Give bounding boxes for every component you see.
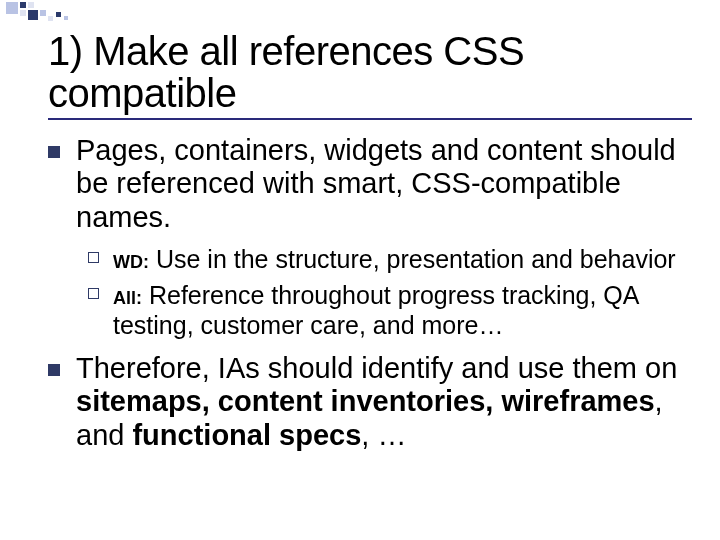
open-square-icon (88, 288, 99, 299)
slide: 1) Make all references CSS compatible Pa… (0, 0, 720, 540)
svg-rect-8 (64, 16, 68, 20)
svg-rect-0 (6, 2, 18, 14)
slide-title: 1) Make all references CSS compatible (48, 30, 692, 114)
bold-text: sitemaps, content inventories, wireframe… (76, 385, 655, 417)
corner-decoration (6, 2, 146, 24)
text-segment: Therefore, IAs should identify and use t… (76, 352, 677, 384)
svg-rect-2 (28, 2, 34, 8)
bullet-rest: Reference throughout progress tracking, … (113, 281, 638, 339)
bold-text: functional specs (132, 419, 361, 451)
title-block: 1) Make all references CSS compatible (48, 30, 692, 120)
open-square-icon (88, 252, 99, 263)
bullet-text: Therefore, IAs should identify and use t… (76, 352, 692, 452)
prefix-label: All: (113, 288, 142, 308)
bullet-rest: Use in the structure, presentation and b… (149, 245, 676, 273)
bullet-l2: All: Reference throughout progress track… (88, 280, 692, 340)
svg-rect-4 (28, 10, 38, 20)
bullet-text: WD: Use in the structure, presentation a… (113, 244, 676, 274)
sub-bullet-group: WD: Use in the structure, presentation a… (88, 244, 692, 340)
bullet-text: All: Reference throughout progress track… (113, 280, 692, 340)
bullet-l2: WD: Use in the structure, presentation a… (88, 244, 692, 274)
svg-rect-6 (48, 16, 53, 21)
filled-square-icon (48, 146, 60, 158)
prefix-label: WD: (113, 252, 149, 272)
slide-body: Pages, containers, widgets and content s… (48, 134, 692, 452)
bullet-text: Pages, containers, widgets and content s… (76, 134, 692, 234)
bullet-l1: Therefore, IAs should identify and use t… (48, 352, 692, 452)
svg-rect-5 (40, 10, 46, 16)
text-segment: , … (361, 419, 406, 451)
filled-square-icon (48, 364, 60, 376)
svg-rect-3 (20, 10, 26, 16)
svg-rect-1 (20, 2, 26, 8)
bullet-l1: Pages, containers, widgets and content s… (48, 134, 692, 234)
svg-rect-7 (56, 12, 61, 17)
